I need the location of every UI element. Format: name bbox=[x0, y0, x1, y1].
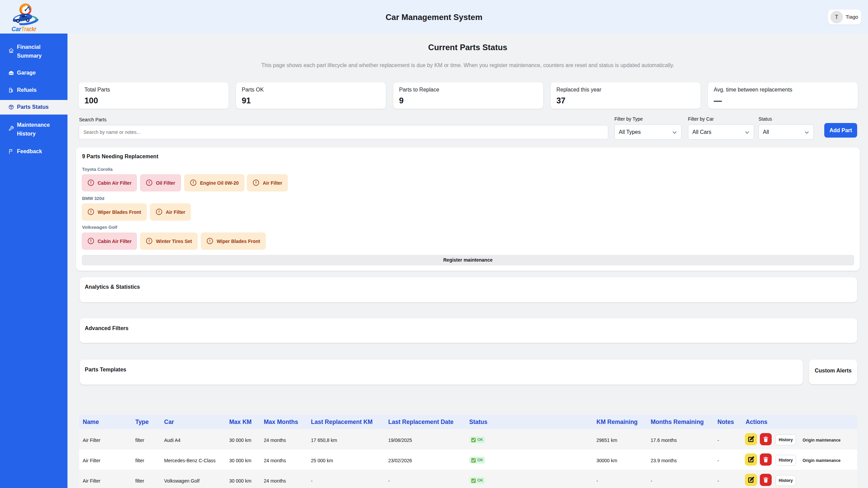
svg-text:Car: Car bbox=[12, 26, 22, 33]
svg-text:Trackr: Trackr bbox=[21, 26, 37, 33]
